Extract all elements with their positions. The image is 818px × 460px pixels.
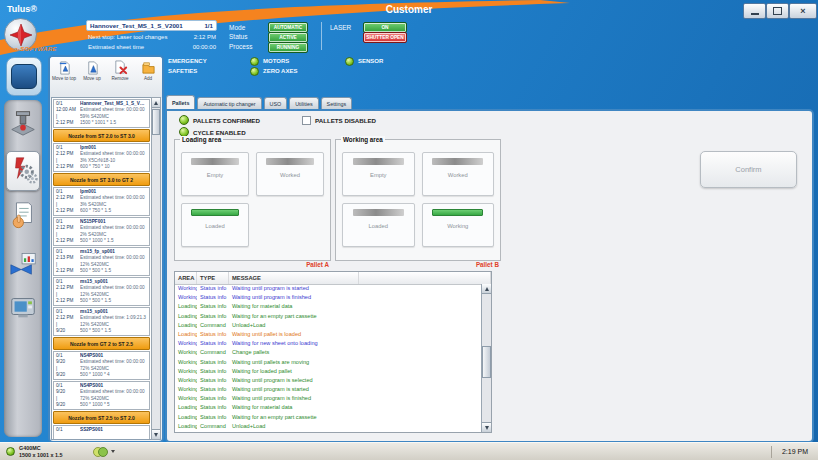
job-details: NS15PF001Estimated sheet time: 00:00:002… (80, 219, 147, 244)
message-row: WorkingStatus infoWaiting until program … (175, 284, 482, 293)
confirm-button[interactable]: Confirm (700, 151, 797, 188)
message-row: WorkingStatus infoWaiting for new sheet … (175, 339, 482, 348)
pallet-cell-working: Working (422, 203, 495, 247)
message-text: Unload+Load (229, 321, 482, 330)
job-times: 0/19/20|9/20 (56, 353, 80, 378)
indicator-column: SENSOR (345, 56, 383, 76)
header-message[interactable]: MESSAGE (229, 272, 359, 284)
pallets-confirmed-indicator: PALLETS CONFIRMED (179, 115, 260, 125)
cycle-icon-button[interactable] (92, 446, 115, 458)
scroll-up-icon[interactable] (152, 98, 160, 108)
maximize-button[interactable] (766, 3, 789, 19)
header-area[interactable]: AREA (175, 272, 197, 284)
tab-settings[interactable]: Settings (321, 97, 352, 109)
job-list-item[interactable]: 0/1SS2PS001 (53, 425, 150, 440)
est-sheet-row: Estimated sheet time 00:00:00 (88, 44, 216, 50)
move-up-button[interactable]: Move up (79, 60, 106, 81)
job-list-item[interactable]: 0/12:13 PM|2:12 PMms15_fp_sp001Estimated… (53, 247, 150, 276)
working-area-groupbox: Working area EmptyWorkedLoadedWorking (335, 139, 501, 261)
message-text: Waiting for new sheet onto loading (229, 339, 482, 348)
job-list-item[interactable]: 0/12:12 PM|2:12 PMNS15PF001Estimated she… (53, 217, 150, 246)
tab-pallets[interactable]: Pallets (166, 95, 195, 109)
close-button[interactable]: × (789, 3, 817, 19)
job-details: Hannover_Test_MS_1_S_V2001Estimated shee… (80, 101, 147, 126)
message-text: Waiting for an empty part cassette (229, 312, 482, 321)
message-type: Status info (197, 431, 229, 432)
indicator-motors: MOTORS (250, 56, 345, 66)
scroll-up-icon[interactable] (482, 284, 491, 294)
tab-utilities[interactable]: Utilities (289, 97, 318, 109)
message-text: Waiting until pallet is loaded (229, 330, 482, 339)
job-time: 9/20 (56, 372, 80, 378)
sidebar-item-3[interactable] (7, 198, 39, 236)
pallet-a-label: Pallet A (174, 261, 329, 268)
message-row: LoadingStatus infoWaiting for material d… (175, 403, 482, 412)
toolbar-button-label: Move up (79, 76, 106, 81)
message-text: Waiting until program is started (229, 385, 482, 394)
job-list-item[interactable]: 0/112:00 AM|2:12 PMHannover_Test_MS_1_S_… (53, 99, 150, 128)
job-details: lpm001Estimated sheet time: 00:00:003% S… (80, 189, 147, 214)
scrollbar-thumb[interactable] (152, 109, 160, 135)
message-area: Loading (175, 403, 197, 412)
message-area: Working (175, 284, 197, 293)
message-row: LoadingStatus infoWaiting for an empty p… (175, 312, 482, 321)
job-name: SS2PS001 (80, 427, 147, 433)
job-times: 0/12:12 PM|9/20 (56, 309, 80, 334)
scroll-down-icon[interactable] (482, 422, 491, 432)
add-button[interactable]: Add (135, 60, 162, 81)
mode-label: Mode (229, 24, 245, 31)
process-value-badge: RUNNING (268, 42, 308, 53)
sidebar-item-2[interactable] (6, 151, 40, 191)
loading-area-groupbox: Loading area EmptyWorkedLoaded (174, 139, 331, 261)
message-type: Status info (197, 358, 229, 367)
pallet-cell-worked: Worked (422, 152, 495, 196)
job-list-item[interactable]: 0/12:12 PM|2:12 PMlpm001Estimated sheet … (53, 143, 150, 172)
message-area: Loading (175, 413, 197, 422)
process-label: Process (229, 43, 252, 50)
job-est: Estimated sheet time: 00:00:00 (80, 107, 147, 113)
job-size: 500 * 500 * 1.5 (80, 298, 147, 304)
message-area: Loading (175, 321, 197, 330)
sidebar-item-1[interactable] (7, 105, 39, 143)
job-times: 0/12:12 PM|2:12 PM (56, 145, 80, 170)
tab-automatic-tip-changer[interactable]: Automatic tip changer (197, 97, 261, 109)
job-list-item[interactable]: 0/12:12 PM|2:12 PMms15_sp001Estimated sh… (53, 277, 150, 306)
message-row: WorkingStatus infoWaiting until program … (175, 376, 482, 385)
job-list-item[interactable]: 0/12:12 PM|9/20ms15_sp001Estimated sheet… (53, 307, 150, 336)
scrollbar-thumb[interactable] (482, 346, 491, 378)
message-text: Waiting until pallet is loaded (229, 431, 482, 432)
pallet-cell-label: Empty (182, 172, 248, 178)
header-filler (359, 272, 491, 284)
job-est: Estimated sheet time: 00:00:00 (80, 151, 147, 157)
job-list-scrollbar[interactable] (151, 97, 161, 440)
remove-button[interactable]: Remove (107, 60, 134, 81)
job-list-item[interactable]: 0/12:12 PM|2:12 PMlpm001Estimated sheet … (53, 187, 150, 216)
message-row: LoadingStatus infoWaiting until pallet i… (175, 431, 482, 432)
scroll-down-icon[interactable] (152, 429, 160, 439)
message-text: Waiting until program is finished (229, 293, 482, 302)
message-type: Command (197, 422, 229, 431)
pallet-cell-label: Empty (343, 172, 414, 178)
job-list-item[interactable]: 0/19/20|9/20NS4PS001Estimated sheet time… (53, 351, 150, 380)
toolbar-button-label: Add (135, 76, 162, 81)
message-text: Waiting for an empty part cassette (229, 413, 482, 422)
minimize-button[interactable] (743, 3, 766, 19)
header-type[interactable]: TYPE (197, 272, 229, 284)
sidebar-item-4[interactable] (7, 245, 39, 283)
pallet-cell-label: Working (423, 223, 494, 229)
move-to-top-button[interactable]: Move to top (51, 60, 78, 81)
job-list-item[interactable]: 0/19/20|9/20NS4PS001Estimated sheet time… (53, 381, 150, 410)
message-row: WorkingStatus infoWaiting until program … (175, 293, 482, 302)
job-times: 0/19/20|9/20 (56, 383, 80, 408)
tab-uso[interactable]: USO (264, 97, 288, 109)
pallet-bar-gray (353, 158, 404, 165)
pallets-tab-page: PALLETS CONFIRMED CYCLE ENABLED PALLETS … (165, 109, 814, 443)
message-area: Loading (175, 302, 197, 311)
indicator-label: EMERGENCY (168, 58, 207, 64)
sidebar-item-5[interactable] (7, 290, 39, 328)
sidebar-item-0[interactable] (6, 57, 42, 96)
messages-scrollbar[interactable] (481, 284, 491, 432)
pallet-bar-gray (353, 209, 404, 216)
pallets-disabled-checkbox[interactable] (302, 116, 311, 125)
indicator-label: ZERO AXES (263, 68, 297, 74)
